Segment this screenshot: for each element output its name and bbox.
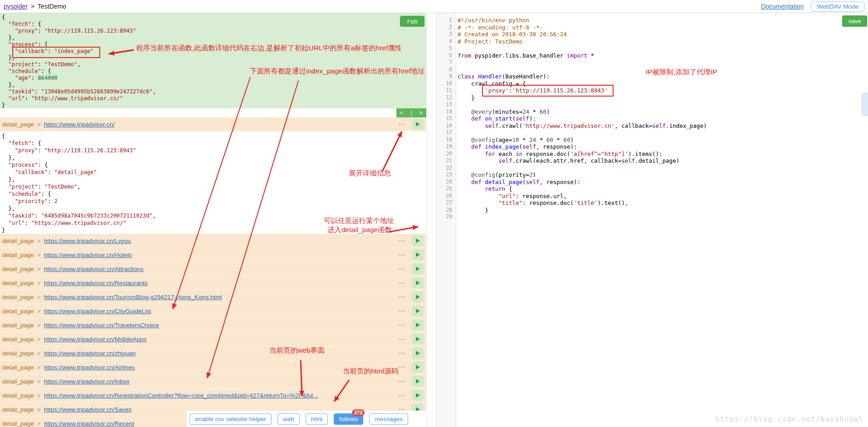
web-tab-button[interactable]: web (278, 413, 300, 425)
css-selector-helper-button[interactable]: enable css selector helper (190, 413, 272, 425)
follow-separator: > (37, 322, 41, 329)
run-button[interactable]: run (400, 16, 424, 27)
run-task-button[interactable] (412, 334, 424, 345)
follow-url-link[interactable]: https://www.tripadvisor.cn/Restaurants (44, 280, 148, 286)
follow-url-link[interactable]: https://www.tripadvisor.cn/TravelersChoi… (44, 322, 159, 329)
follow-separator: > (37, 280, 41, 286)
follow-separator: > (37, 392, 41, 399)
play-icon (416, 238, 420, 243)
more-icon[interactable] (395, 323, 409, 328)
follow-row[interactable]: detail_page > https://www.tripadvisor.cn… (0, 248, 426, 262)
follow-row[interactable]: detail_page > https://www.tripadvisor.cn… (0, 262, 426, 276)
follow-row-selected[interactable]: detail_page > https://www.tripadvisor.cn… (0, 117, 426, 131)
follow-row[interactable]: detail_page > https://www.tripadvisor.cn… (0, 332, 426, 346)
task-pager: < | > (396, 108, 426, 117)
debug-toolbar: enable css selector helper web html foll… (187, 411, 426, 427)
follow-callback: detail_page (2, 322, 34, 329)
run-task-button[interactable] (412, 348, 424, 359)
follow-url-link[interactable]: https://www.tripadvisor.cn/RegistrationC… (44, 392, 318, 399)
csdn-watermark: https://blog.csdn.net/baoshuowl (716, 415, 863, 423)
more-icon[interactable] (395, 252, 409, 257)
more-icon[interactable] (395, 393, 409, 398)
play-icon (416, 309, 420, 313)
messages-tab-button[interactable]: messages (369, 413, 408, 425)
follow-callback: detail_page (2, 121, 34, 128)
pager-separator: | (410, 110, 412, 116)
follow-row[interactable]: detail_page > https://www.tripadvisor.cn… (0, 346, 426, 360)
run-task-button[interactable] (412, 320, 424, 330)
annotation-run-note-line2: 进入detail_page函数 (327, 225, 392, 235)
follow-url-link[interactable]: https://www.tripadvisor.cn/TourismBlog-g… (44, 294, 222, 301)
run-task-button[interactable] (412, 376, 424, 387)
more-icon[interactable] (395, 122, 409, 127)
annotation-run-note-line1: 可以任意运行某个地址 (324, 216, 394, 226)
more-icon[interactable] (395, 351, 409, 356)
run-task-button[interactable] (412, 249, 424, 260)
follow-url-link[interactable]: https://www.tripadvisor.cn/CityGuideList (44, 308, 151, 315)
follow-separator: > (37, 420, 41, 427)
run-task-button[interactable] (412, 291, 424, 302)
follow-url-link[interactable]: https://www.tripadvisor.cn/Recent (44, 420, 134, 427)
follow-url-link[interactable]: https://www.tripadvisor.cn/Hotels (44, 252, 132, 258)
run-task-button[interactable] (412, 306, 424, 316)
follow-callback: detail_page (2, 266, 34, 272)
more-icon[interactable] (395, 267, 409, 272)
follow-row[interactable]: detail_page > https://www.tripadvisor.cn… (0, 374, 426, 388)
run-task-button[interactable] (412, 263, 424, 274)
python-code-editor[interactable]: 1#!/usr/bin/env python2# -*- encoding: u… (437, 13, 868, 221)
page-scrollbar-thumb[interactable] (862, 93, 868, 116)
more-icon[interactable] (395, 238, 409, 243)
play-icon (416, 351, 420, 355)
follow-callback: detail_page (2, 280, 34, 286)
play-icon (416, 252, 420, 257)
header: pyspider > TestDemo Documentation WebDAV… (0, 0, 868, 13)
follow-url-link[interactable]: https://www.tripadvisor.cn/Attractions (44, 266, 144, 272)
run-task-button[interactable] (412, 235, 424, 246)
html-tab-button[interactable]: html (306, 413, 328, 425)
webdav-mode-button[interactable]: WebDAV Mode (811, 1, 864, 12)
follow-url-link[interactable]: https://www.tripadvisor.cn/Lvyou (44, 238, 131, 244)
follow-callback: detail_page (2, 308, 34, 315)
run-task-button[interactable] (412, 362, 424, 373)
follow-url-link[interactable]: https://www.tripadvisor.cn/ (44, 121, 115, 128)
follow-row[interactable]: detail_page > https://www.tripadvisor.cn… (0, 388, 426, 403)
more-icon[interactable] (395, 281, 409, 286)
follow-url-link[interactable]: https://www.tripadvisor.cn/zhiyuan (44, 350, 136, 357)
save-button[interactable]: save (842, 15, 867, 27)
follow-url-link[interactable]: https://www.tripadvisor.cn/MobileApps (44, 336, 147, 343)
follow-separator: > (37, 121, 41, 128)
follow-row[interactable]: detail_page > https://www.tripadvisor.cn… (0, 304, 426, 318)
follow-callback: detail_page (2, 378, 34, 385)
follow-url-link[interactable]: https://www.tripadvisor.cn/Inbox (44, 378, 130, 385)
pager-strip: < | > (0, 108, 426, 117)
pyspider-home-link[interactable]: pyspider (4, 3, 28, 10)
follow-separator: > (37, 378, 41, 385)
play-icon (416, 323, 420, 327)
header-right: Documentation WebDAV Mode (761, 1, 864, 12)
follow-row[interactable]: detail_page > https://www.tripadvisor.cn… (0, 290, 426, 304)
run-task-button[interactable] (412, 277, 424, 288)
pager-next-button[interactable]: > (419, 110, 423, 116)
follows-tab-button[interactable]: follows 373 (334, 413, 363, 425)
follow-row[interactable]: detail_page > https://www.tripadvisor.cn… (0, 318, 426, 332)
follow-url-link[interactable]: https://www.tripadvisor.cn/Airlines (44, 364, 135, 371)
run-task-button[interactable] (412, 119, 424, 130)
more-icon[interactable] (395, 379, 409, 384)
follow-row[interactable]: detail_page > https://www.tripadvisor.cn… (0, 276, 426, 290)
task-json-editor[interactable]: { "fetch": { "proxy": "http://119.115.26… (0, 13, 426, 108)
play-icon (416, 295, 420, 299)
follow-separator: > (37, 252, 41, 258)
run-task-button[interactable] (412, 390, 424, 401)
more-icon[interactable] (395, 295, 409, 300)
documentation-link[interactable]: Documentation (761, 3, 804, 10)
more-icon[interactable] (395, 309, 409, 314)
annotation-index-note: 下面所有都是通过index_page函数解析出的所有href地址 (250, 67, 425, 76)
follow-callback: detail_page (2, 420, 34, 427)
annotation-html-note: 当前页的html源码 (343, 367, 398, 376)
play-icon (416, 365, 420, 369)
follow-url-link[interactable]: https://www.tripadvisor.cn/Saves (44, 406, 132, 413)
follow-row[interactable]: detail_page > https://www.tripadvisor.cn… (0, 234, 426, 248)
more-icon[interactable] (395, 337, 409, 342)
follow-callback: detail_page (2, 238, 34, 244)
pager-prev-button[interactable]: < (400, 110, 403, 116)
